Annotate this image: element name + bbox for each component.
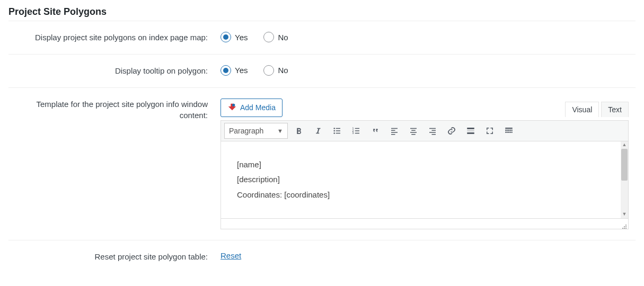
svg-rect-31 bbox=[509, 129, 511, 130]
reset-link[interactable]: Reset bbox=[220, 251, 241, 260]
resize-handle-icon[interactable] bbox=[622, 222, 627, 228]
radio-yes-display-on-index[interactable]: Yes bbox=[220, 32, 248, 42]
tab-text[interactable]: Text bbox=[601, 102, 629, 117]
svg-rect-30 bbox=[507, 129, 509, 130]
svg-rect-18 bbox=[411, 130, 416, 131]
bold-icon[interactable] bbox=[291, 123, 307, 139]
svg-rect-36 bbox=[511, 131, 513, 132]
fullscreen-icon[interactable] bbox=[482, 123, 498, 139]
svg-rect-21 bbox=[429, 128, 436, 129]
align-right-icon[interactable] bbox=[425, 123, 440, 139]
svg-point-41 bbox=[624, 228, 625, 229]
editor-line: Coordinates: [coordinates] bbox=[237, 187, 612, 203]
align-left-icon[interactable] bbox=[386, 123, 402, 139]
editor-line: [description] bbox=[237, 172, 612, 187]
svg-point-42 bbox=[622, 228, 623, 229]
radio-label-yes: Yes bbox=[235, 66, 248, 75]
label-display-tooltip: Display tooltip on polygon: bbox=[8, 65, 220, 77]
svg-point-3 bbox=[333, 132, 335, 134]
svg-rect-19 bbox=[410, 132, 417, 133]
numbered-list-icon[interactable]: 123 bbox=[348, 123, 364, 139]
radio-no-display-tooltip[interactable]: No bbox=[263, 65, 288, 76]
toolbar-toggle-icon[interactable] bbox=[501, 123, 517, 139]
svg-rect-17 bbox=[410, 128, 417, 129]
add-media-button[interactable]: Add Media bbox=[220, 99, 283, 117]
caret-down-icon: ▼ bbox=[277, 128, 283, 134]
svg-point-38 bbox=[625, 226, 627, 227]
radio-input-yes-tooltip[interactable] bbox=[220, 65, 231, 76]
radio-input-yes[interactable] bbox=[220, 32, 231, 42]
svg-rect-10 bbox=[355, 128, 359, 129]
radio-label-yes: Yes bbox=[235, 33, 248, 42]
label-template: Template for the project site polygon in… bbox=[8, 99, 220, 122]
row-reset: Reset project site polygon table: Reset bbox=[8, 240, 636, 273]
read-more-icon[interactable] bbox=[463, 123, 479, 139]
svg-point-40 bbox=[625, 228, 627, 229]
section-title: Project Site Polygons bbox=[8, 6, 636, 17]
row-template: Template for the project site polygon in… bbox=[8, 88, 636, 241]
scrollbar-track[interactable]: ▲ ▼ bbox=[621, 141, 628, 219]
editor-tabs: Visual Text bbox=[565, 102, 629, 117]
media-icon bbox=[227, 102, 237, 113]
editor-line: [name] bbox=[237, 157, 612, 173]
italic-icon[interactable] bbox=[310, 123, 326, 139]
svg-point-1 bbox=[333, 128, 335, 129]
link-icon[interactable] bbox=[444, 123, 460, 139]
svg-rect-26 bbox=[467, 130, 474, 131]
bullet-list-icon[interactable] bbox=[329, 123, 345, 139]
row-display-on-index: Display project site polygons on index p… bbox=[8, 21, 636, 55]
svg-point-39 bbox=[624, 226, 625, 227]
svg-text:3: 3 bbox=[352, 131, 354, 135]
scroll-down-icon[interactable]: ▼ bbox=[621, 211, 628, 218]
radio-yes-display-tooltip[interactable]: Yes bbox=[220, 65, 248, 76]
svg-rect-14 bbox=[391, 130, 395, 131]
row-display-tooltip: Display tooltip on polygon: Yes No bbox=[8, 55, 636, 88]
svg-rect-29 bbox=[505, 129, 507, 130]
format-selector-label: Paragraph bbox=[229, 127, 263, 135]
svg-rect-6 bbox=[336, 132, 340, 133]
radio-group-display-tooltip: Yes No bbox=[220, 65, 636, 76]
svg-rect-23 bbox=[429, 132, 436, 133]
svg-rect-16 bbox=[391, 134, 395, 135]
radio-label-no: No bbox=[278, 33, 288, 42]
svg-rect-33 bbox=[505, 131, 507, 132]
svg-point-37 bbox=[625, 225, 627, 226]
svg-rect-27 bbox=[467, 132, 474, 134]
svg-rect-11 bbox=[355, 130, 359, 131]
svg-rect-24 bbox=[432, 134, 436, 135]
radio-group-display-on-index: Yes No bbox=[220, 32, 636, 42]
scrollbar-thumb[interactable] bbox=[621, 149, 628, 181]
svg-rect-12 bbox=[355, 132, 359, 133]
label-display-on-index: Display project site polygons on index p… bbox=[8, 32, 220, 43]
svg-rect-32 bbox=[511, 129, 513, 130]
add-media-label: Add Media bbox=[240, 103, 276, 112]
editor-statusbar bbox=[220, 219, 629, 229]
tab-visual[interactable]: Visual bbox=[565, 102, 599, 117]
svg-rect-35 bbox=[509, 131, 511, 132]
svg-rect-15 bbox=[391, 132, 398, 133]
label-reset: Reset project site polygon table: bbox=[8, 251, 220, 263]
radio-input-no[interactable] bbox=[263, 32, 274, 42]
svg-rect-28 bbox=[505, 128, 513, 129]
svg-rect-5 bbox=[336, 130, 340, 131]
editor-wrapper: Add Media Visual Text Paragraph ▼ bbox=[220, 99, 629, 230]
format-selector[interactable]: Paragraph ▼ bbox=[224, 123, 288, 139]
svg-rect-20 bbox=[411, 134, 416, 135]
svg-rect-34 bbox=[507, 131, 509, 132]
scroll-up-icon[interactable]: ▲ bbox=[621, 141, 628, 149]
radio-no-display-on-index[interactable]: No bbox=[263, 32, 288, 42]
svg-rect-13 bbox=[391, 128, 398, 129]
svg-point-2 bbox=[333, 130, 335, 131]
svg-rect-25 bbox=[467, 128, 474, 129]
svg-rect-22 bbox=[432, 130, 436, 131]
editor-toolbar: Paragraph ▼ 123 bbox=[220, 120, 629, 141]
editor-content-area[interactable]: [name] [description] Coordinates: [coord… bbox=[220, 141, 629, 219]
svg-rect-4 bbox=[336, 128, 340, 129]
radio-label-no: No bbox=[278, 66, 288, 75]
radio-input-no-tooltip[interactable] bbox=[263, 65, 274, 76]
align-center-icon[interactable] bbox=[405, 123, 421, 139]
svg-point-0 bbox=[232, 103, 235, 106]
blockquote-icon[interactable] bbox=[367, 123, 383, 139]
